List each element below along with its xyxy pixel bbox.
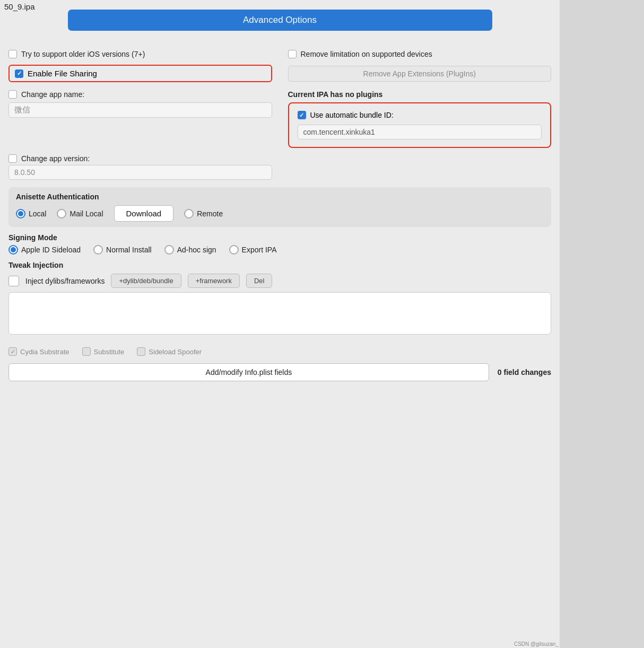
- try-older-ios-label: Try to support older iOS versions (7+): [21, 50, 145, 58]
- remove-app-extensions-button[interactable]: Remove App Extensions (PlugIns): [288, 66, 552, 82]
- anisette-section: Anisette Authentication Local Mail Local…: [8, 187, 551, 227]
- substitute-option: Substitute: [82, 347, 125, 356]
- enable-file-sharing-label: Enable File Sharing: [28, 69, 97, 78]
- export-ipa-option[interactable]: Export IPA: [229, 245, 277, 255]
- cydia-substrate-checkbox[interactable]: [8, 347, 17, 356]
- tweak-textarea[interactable]: [8, 292, 551, 335]
- sideload-spoofer-label: Sideload Spoofer: [149, 348, 202, 356]
- try-older-ios-option: Try to support older iOS versions (7+): [8, 50, 272, 58]
- chinese-app-name-input-wrapper: [8, 102, 272, 122]
- tweak-injection-section: Tweak Injection Inject dylibs/frameworks…: [8, 261, 551, 342]
- export-ipa-label: Export IPA: [242, 246, 277, 254]
- ad-hoc-sign-label: Ad-hoc sign: [177, 246, 216, 254]
- normal-install-radio[interactable]: [93, 245, 103, 255]
- filename-label: 50_9.ipa: [4, 2, 35, 11]
- del-button[interactable]: Del: [246, 274, 273, 288]
- substitute-label: Substitute: [94, 348, 125, 356]
- chinese-app-name-input[interactable]: [8, 102, 272, 118]
- change-app-version-option: Change app version:: [8, 154, 272, 163]
- field-changes-label: 0 field changes: [498, 368, 551, 376]
- add-framework-button[interactable]: +framework: [188, 274, 240, 288]
- apple-id-sideload-option[interactable]: Apple ID Sideload: [8, 245, 81, 255]
- remove-app-extensions-row: Remove App Extensions (PlugIns): [288, 66, 552, 82]
- change-app-name-label: Change app name:: [21, 90, 84, 99]
- no-plugins-text: Current IPA has no plugins: [288, 90, 552, 99]
- sideload-spoofer-checkbox[interactable]: [137, 347, 145, 356]
- signing-mode-section: Signing Mode Apple ID Sideload Normal In…: [8, 233, 551, 255]
- auto-bundle-id-row: Use automatic bundle ID:: [298, 111, 542, 119]
- version-input[interactable]: [8, 165, 272, 180]
- apple-id-sideload-label: Apple ID Sideload: [21, 246, 81, 254]
- info-plist-button[interactable]: Add/modify Info.plist fields: [8, 363, 489, 381]
- remove-limitation-option: Remove limitation on supported devices: [288, 50, 552, 58]
- inject-dylibs-checkbox[interactable]: [8, 276, 19, 286]
- bottom-bar: Add/modify Info.plist fields 0 field cha…: [8, 363, 551, 381]
- advanced-options-button[interactable]: Advanced Options: [68, 10, 492, 31]
- anisette-remote-option[interactable]: Remote: [184, 209, 223, 218]
- anisette-mail-local-option[interactable]: Mail Local: [57, 209, 103, 218]
- cydia-substrate-option: Cydia Substrate: [8, 347, 69, 356]
- auto-bundle-id-label: Use automatic bundle ID:: [310, 111, 394, 119]
- try-older-ios-checkbox[interactable]: [8, 50, 17, 58]
- bundle-id-box: Use automatic bundle ID:: [288, 102, 552, 148]
- ad-hoc-sign-radio[interactable]: [164, 245, 174, 255]
- anisette-remote-radio[interactable]: [184, 209, 194, 218]
- export-ipa-radio[interactable]: [229, 245, 239, 255]
- tweak-injection-label: Tweak Injection: [8, 261, 551, 269]
- substitute-checkbox[interactable]: [82, 347, 91, 356]
- anisette-mail-local-radio[interactable]: [57, 209, 66, 218]
- enable-file-sharing-checkbox[interactable]: [15, 69, 23, 78]
- anisette-label: Anisette Authentication: [16, 192, 544, 201]
- anisette-local-radio[interactable]: [16, 209, 25, 218]
- anisette-mail-local-label: Mail Local: [69, 209, 103, 218]
- tweak-controls-row: Inject dylibs/frameworks +dylib/deb/bund…: [8, 274, 551, 288]
- signing-radio-row: Apple ID Sideload Normal Install Ad-hoc …: [8, 245, 551, 255]
- anisette-local-label: Local: [29, 209, 46, 218]
- bundle-id-input[interactable]: [298, 125, 542, 139]
- normal-install-label: Normal Install: [106, 246, 152, 254]
- auto-bundle-id-checkbox[interactable]: [298, 111, 306, 119]
- change-app-version-label: Change app version:: [21, 154, 90, 163]
- change-app-name-checkbox[interactable]: [8, 90, 17, 99]
- enable-file-sharing-box: Enable File Sharing: [8, 65, 272, 82]
- change-app-version-checkbox[interactable]: [8, 154, 17, 163]
- cydia-row: Cydia Substrate Substitute Sideload Spoo…: [8, 347, 551, 356]
- anisette-remote-label: Remote: [197, 209, 223, 218]
- download-button[interactable]: Download: [114, 205, 174, 222]
- watermark: CSDN @gitsuzan_: [514, 641, 559, 647]
- add-dylib-button[interactable]: +dylib/deb/bundle: [111, 274, 181, 288]
- ad-hoc-sign-option[interactable]: Ad-hoc sign: [164, 245, 216, 255]
- sideload-spoofer-option: Sideload Spoofer: [137, 347, 202, 356]
- anisette-local-option[interactable]: Local: [16, 209, 46, 218]
- remove-limitation-label: Remove limitation on supported devices: [301, 50, 432, 58]
- inject-dylibs-label: Inject dylibs/frameworks: [25, 277, 105, 285]
- apple-id-sideload-radio[interactable]: [8, 245, 18, 255]
- anisette-radio-row: Local Mail Local Download Remote: [16, 205, 544, 222]
- signing-mode-label: Signing Mode: [8, 233, 551, 242]
- remove-limitation-checkbox[interactable]: [288, 50, 297, 58]
- normal-install-option[interactable]: Normal Install: [93, 245, 152, 255]
- change-app-name-option: Change app name:: [8, 90, 272, 99]
- cydia-substrate-label: Cydia Substrate: [20, 348, 69, 356]
